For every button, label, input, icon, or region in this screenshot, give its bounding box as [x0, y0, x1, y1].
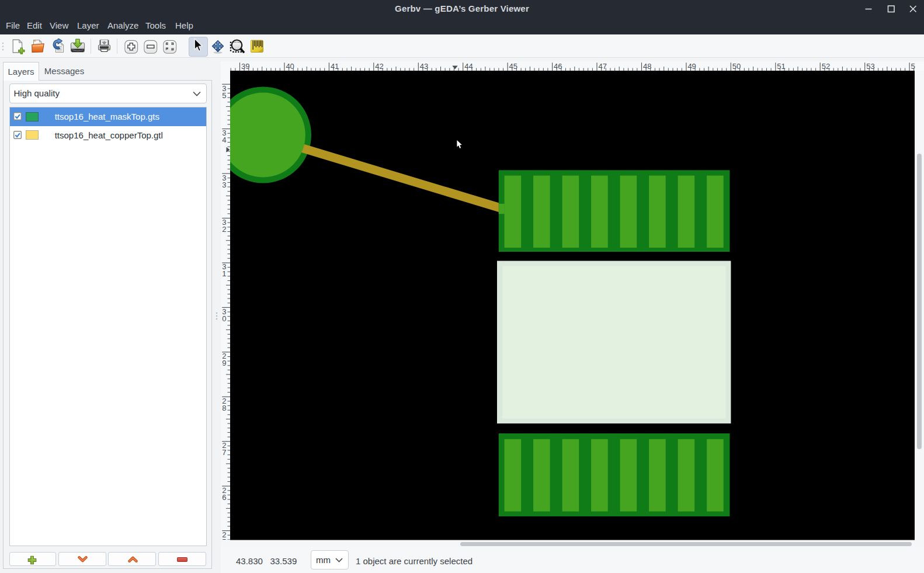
svg-text:8: 8: [222, 404, 226, 412]
svg-text:50: 50: [732, 62, 741, 71]
svg-text:2: 2: [222, 225, 226, 234]
svg-text:40: 40: [286, 62, 294, 71]
svg-text:5: 5: [222, 91, 226, 100]
svg-text:52: 52: [822, 62, 830, 71]
svg-text:54: 54: [911, 62, 915, 71]
svg-text:41: 41: [331, 62, 339, 71]
svg-text:3: 3: [222, 180, 226, 189]
svg-text:9: 9: [222, 359, 226, 367]
svg-text:39: 39: [241, 62, 249, 71]
svg-text:49: 49: [687, 62, 696, 71]
svg-text:51: 51: [777, 62, 785, 71]
svg-text:42: 42: [375, 62, 383, 71]
svg-text:44: 44: [464, 62, 473, 71]
svg-text:0: 0: [222, 314, 226, 323]
svg-text:1: 1: [222, 269, 226, 278]
svg-text:46: 46: [554, 62, 562, 71]
svg-text:6: 6: [222, 493, 226, 502]
svg-text:45: 45: [509, 62, 517, 71]
svg-text:5: 5: [222, 537, 226, 540]
svg-text:7: 7: [222, 448, 226, 457]
svg-text:47: 47: [599, 62, 607, 71]
svg-text:4: 4: [222, 136, 226, 144]
